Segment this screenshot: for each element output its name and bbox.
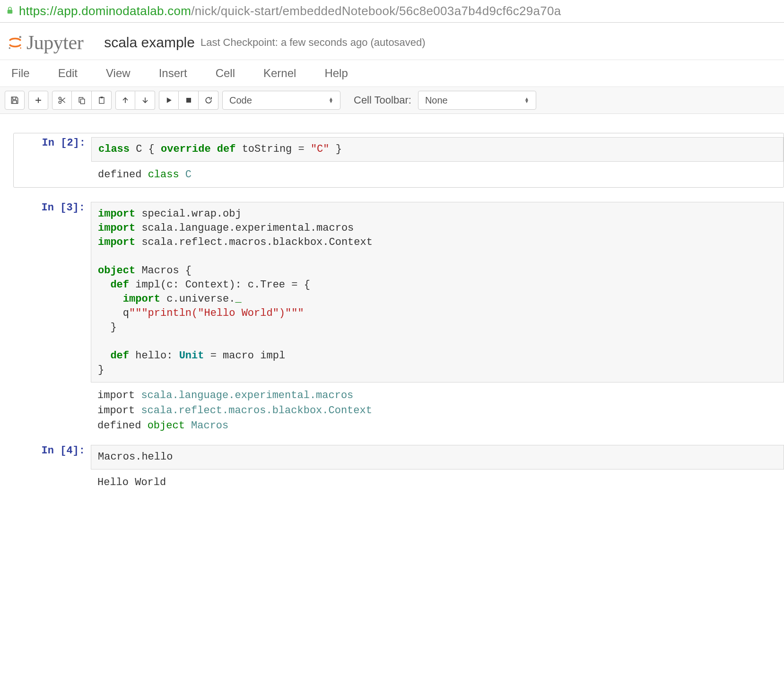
stop-icon: [184, 96, 193, 105]
browser-url[interactable]: https://app.dominodatalab.com/nick/quick…: [19, 4, 561, 18]
copy-button[interactable]: [72, 91, 92, 110]
input-prompt: In [4]:: [42, 445, 85, 457]
move-up-button[interactable]: [115, 91, 135, 110]
cell-toolbar-value: None: [425, 95, 448, 106]
move-down-button[interactable]: [135, 91, 155, 110]
browser-url-bar: https://app.dominodatalab.com/nick/quick…: [0, 0, 784, 23]
insert-cell-button[interactable]: [28, 91, 48, 110]
svg-rect-7: [80, 99, 84, 104]
svg-rect-10: [186, 98, 191, 103]
paste-icon: [97, 96, 106, 105]
svg-rect-9: [100, 97, 103, 98]
code-output: import scala.language.experimental.macro…: [91, 382, 784, 434]
jupyter-logo[interactable]: Jupyter: [7, 31, 83, 54]
paste-button[interactable]: [92, 91, 112, 110]
svg-point-1: [19, 36, 22, 38]
cell-selected[interactable]: In [2]: class C { override def toString …: [13, 133, 784, 188]
menu-cell[interactable]: Cell: [211, 63, 240, 84]
code-output: defined class C: [91, 162, 784, 182]
input-prompt: In [3]:: [42, 202, 85, 214]
code-cell: In [2]: class C { override def toString …: [14, 137, 784, 182]
copy-icon: [77, 96, 87, 105]
play-icon: [164, 96, 174, 105]
save-icon: [10, 96, 19, 105]
svg-point-3: [20, 47, 21, 49]
cell-toolbar-select[interactable]: None ▲▼: [418, 91, 536, 110]
jupyter-logo-text: Jupyter: [26, 31, 83, 54]
code-output: Hello World: [91, 469, 784, 490]
code-input[interactable]: class C { override def toString = "C" }: [91, 137, 784, 162]
jupyter-logo-icon: [7, 34, 24, 51]
input-prompt: In [2]:: [42, 137, 86, 149]
cell-type-select[interactable]: Code ▲▼: [222, 91, 340, 110]
cell-toolbar-label: Cell Toolbar:: [354, 94, 411, 106]
code-cell[interactable]: In [4]: Macros.hello Hello World: [13, 445, 784, 490]
code-input[interactable]: Macros.hello: [91, 445, 784, 469]
menu-kernel[interactable]: Kernel: [259, 63, 301, 84]
menu-help[interactable]: Help: [320, 63, 352, 84]
save-button[interactable]: [5, 91, 25, 110]
notebook-header: Jupyter scala example Last Checkpoint: a…: [0, 23, 784, 60]
arrow-down-icon: [140, 96, 150, 105]
svg-rect-8: [99, 97, 104, 104]
interrupt-button[interactable]: [179, 91, 199, 110]
checkpoint-status: Last Checkpoint: a few seconds ago (auto…: [200, 36, 426, 49]
url-host: app.dominodatalab.com: [57, 4, 191, 18]
menu-edit[interactable]: Edit: [53, 63, 82, 84]
notebook-area: In [2]: class C { override def toString …: [0, 114, 784, 521]
url-scheme: https://: [19, 4, 57, 18]
cell-type-value: Code: [229, 95, 252, 106]
select-arrows-icon: ▲▼: [524, 97, 529, 103]
notebook-name[interactable]: scala example: [104, 35, 195, 51]
menu-bar: File Edit View Insert Cell Kernel Help: [0, 60, 784, 87]
run-button[interactable]: [159, 91, 179, 110]
menu-view[interactable]: View: [101, 63, 135, 84]
svg-point-2: [9, 47, 11, 49]
scissors-icon: [57, 96, 67, 105]
svg-rect-0: [8, 9, 13, 13]
plus-icon: [34, 96, 43, 105]
menu-insert[interactable]: Insert: [154, 63, 192, 84]
code-input[interactable]: import special.wrap.obj import scala.lan…: [91, 202, 784, 382]
menu-file[interactable]: File: [7, 63, 35, 84]
cut-button[interactable]: [52, 91, 72, 110]
select-arrows-icon: ▲▼: [329, 97, 333, 103]
restart-button[interactable]: [199, 91, 218, 110]
restart-icon: [204, 96, 213, 105]
code-cell[interactable]: In [3]: import special.wrap.obj import s…: [13, 202, 784, 434]
url-path: /nick/quick-start/embeddedNotebook/56c8e…: [191, 4, 561, 18]
arrow-up-icon: [121, 96, 130, 105]
lock-icon: [6, 6, 14, 17]
toolbar: Code ▲▼ Cell Toolbar: None ▲▼: [0, 87, 784, 114]
